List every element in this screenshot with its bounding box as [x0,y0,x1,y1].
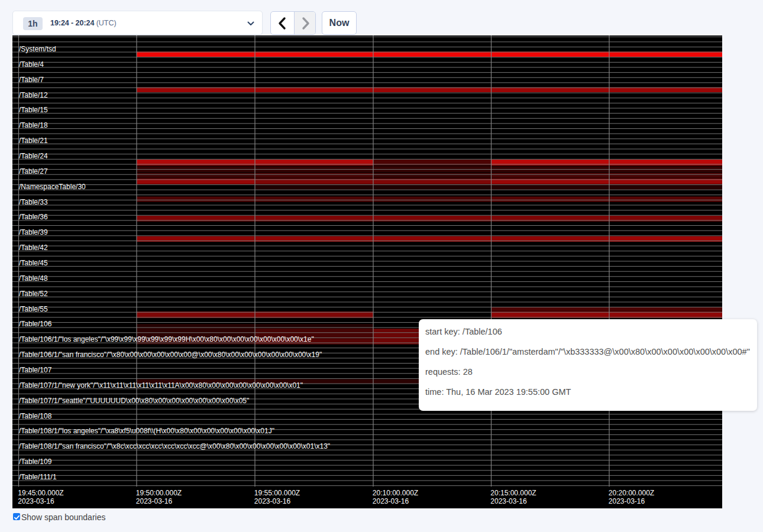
svg-text:/Table/45: /Table/45 [19,259,48,267]
svg-text:/Table/36: /Table/36 [19,213,48,221]
svg-text:/Table/7: /Table/7 [19,76,44,84]
svg-text:/Table/33: /Table/33 [19,198,48,206]
svg-text:2023-03-16: 2023-03-16 [490,497,527,505]
svg-text:/Table/106: /Table/106 [19,320,52,328]
svg-text:/Table/27: /Table/27 [19,167,48,176]
svg-text:/Table/12: /Table/12 [19,91,48,99]
svg-text:/Table/39: /Table/39 [19,228,48,236]
svg-text:2023-03-16: 2023-03-16 [136,497,173,505]
svg-text:/Table/42: /Table/42 [19,244,48,252]
svg-text:/System/tsd: /System/tsd [19,45,56,53]
svg-text:/Table/106/1/"los angeles"/"\x: /Table/106/1/"los angeles"/"\x99\x99\x99… [19,335,314,343]
svg-text:/Table/109: /Table/109 [19,458,52,466]
svg-text:/Table/4: /Table/4 [19,60,44,69]
svg-text:/Table/108/1/"san francisco"/": /Table/108/1/"san francisco"/"\x8c\xcc\x… [19,442,330,450]
svg-text:/Table/108/1/"los angeles"/"\x: /Table/108/1/"los angeles"/"\xa8\xf5\u00… [19,427,274,435]
svg-text:/Table/107: /Table/107 [19,366,52,374]
svg-text:/Table/48: /Table/48 [19,274,48,283]
svg-text:/Table/106/1/"san francisco"/": /Table/106/1/"san francisco"/"\x80\x00\x… [19,351,322,359]
svg-text:19:55:00.000Z: 19:55:00.000Z [254,489,300,497]
svg-text:/Table/18: /Table/18 [19,121,48,129]
svg-text:20:15:00.000Z: 20:15:00.000Z [490,489,536,497]
svg-text:19:50:00.000Z: 19:50:00.000Z [136,489,182,497]
svg-text:20:20:00.000Z: 20:20:00.000Z [609,489,654,497]
svg-text:20:10:00.000Z: 20:10:00.000Z [373,489,418,497]
svg-text:/Table/21: /Table/21 [19,137,48,145]
svg-text:19:45:00.000Z: 19:45:00.000Z [18,489,63,497]
svg-text:/Table/52: /Table/52 [19,290,48,298]
svg-text:/Table/108: /Table/108 [19,412,52,420]
svg-text:/Table/15: /Table/15 [19,106,48,114]
svg-text:2023-03-16: 2023-03-16 [18,497,54,505]
svg-text:/NamespaceTable/30: /NamespaceTable/30 [19,183,86,191]
svg-text:/Table/55: /Table/55 [19,305,48,313]
svg-text:/Table/24: /Table/24 [19,152,48,160]
svg-text:2023-03-16: 2023-03-16 [254,497,291,505]
svg-text:/Table/111/1: /Table/111/1 [19,473,57,481]
svg-text:2023-03-16: 2023-03-16 [609,497,645,505]
svg-text:/Table/107/1/"new york"/"\x11\: /Table/107/1/"new york"/"\x11\x11\x11\x1… [19,381,303,390]
svg-text:2023-03-16: 2023-03-16 [373,497,409,505]
svg-text:/Table/107/1/"seattle"/"UUUUUU: /Table/107/1/"seattle"/"UUUUUUD\x00\x80\… [19,397,249,405]
